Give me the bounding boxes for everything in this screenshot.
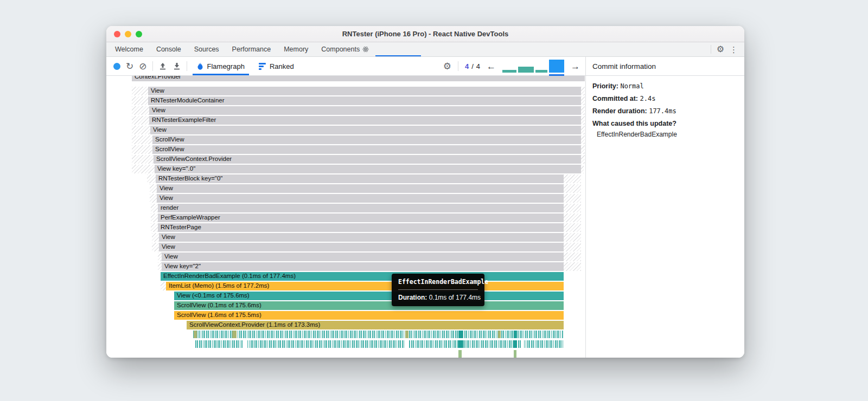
tab-label: Memory [284,46,308,53]
flamegraph-hatch [161,282,166,290]
flamegraph-bar[interactable]: RNTesterModuleContainer [148,96,581,105]
flamegraph-hatch [564,204,581,212]
flamegraph-bar[interactable]: ScrollView (0.1ms of 175.6ms) [174,301,564,310]
flame-icon [197,62,203,70]
flamegraph-bar[interactable]: RNTesterExampleFilter [149,116,581,125]
commit-count-separator: / [471,62,474,70]
flamegraph-bar[interactable]: View [157,184,564,193]
tab-label: Sources [194,46,219,53]
tab-welcome[interactable]: Welcome [108,42,150,56]
flamegraph-hatch [564,184,581,193]
commit-info-label: Render duration: [592,107,649,115]
commit-bar[interactable] [518,67,534,73]
reload-profile-icon[interactable]: ↻ [126,62,133,71]
flamegraph-bar[interactable]: View [159,243,564,251]
flamegraph-hatch [150,184,157,193]
flamegraph-hatch [564,223,581,232]
tab-performance[interactable]: Performance [226,42,278,56]
settings-gear-icon[interactable]: ⚙ [717,45,724,54]
commit-bar[interactable] [502,70,516,73]
flamegraph-hatch [581,106,585,115]
flamegraph-hatch [151,204,158,212]
flamegraph-bar[interactable]: ScrollView [152,135,581,144]
flamegraph-hatch [132,126,150,134]
flamegraph-bar[interactable]: EffectInRenderBadExample (0.1ms of 177.4… [161,272,564,281]
flamegraph-hatch [132,96,148,105]
tab-ranked[interactable]: Ranked [254,57,298,75]
flamegraph-hatch [132,87,148,95]
flamegraph-hatch [581,155,585,164]
flamegraph-hatch [132,145,152,154]
next-commit-arrow-icon[interactable]: → [571,62,580,71]
tab-flamegraph[interactable]: Flamegraph [193,57,249,75]
tab-profiler[interactable] [375,42,421,56]
flamegraph-hatch [158,253,162,261]
export-profile-icon[interactable] [173,62,181,70]
commit-bar-selected[interactable] [549,60,564,73]
flamegraph-tab-label: Flamegraph [207,62,245,70]
flamegraph-micro-bar [521,340,524,348]
flamegraph-hatch [581,87,585,95]
flamegraph-leaf-bar[interactable] [514,350,516,358]
flamegraph-tooltip: EffectInRenderBadExample Duration: 0.1ms… [392,274,484,306]
main-area: EffectInRenderBadExample Duration: 0.1ms… [106,76,744,358]
flamegraph-hatch [158,262,162,271]
flamegraph-bar[interactable]: View [157,194,564,203]
tab-memory[interactable]: Memory [277,42,315,56]
zoom-window-button[interactable] [136,31,142,37]
commit-information-title: Commit information [585,57,744,76]
flamegraph-micro-bars-row[interactable] [195,340,564,348]
flamegraph-bar[interactable]: ScrollViewContext.Provider (1.1ms of 173… [187,321,564,329]
flamegraph-bar[interactable]: ScrollViewContext.Provider [154,155,581,164]
flamegraph-bar[interactable]: RNTesterBlock key="0" [156,174,564,183]
tooltip-duration: Duration: 0.1ms of 177.4ms [398,294,478,301]
prev-commit-arrow-icon[interactable]: ← [487,62,496,71]
flamegraph-hatch [147,174,156,183]
flamegraph-bar[interactable]: ScrollView [152,145,581,154]
divider [152,61,153,71]
profiler-toolbar: ↻ ⊘ Flamegraph Ranked [106,57,585,76]
tab-console[interactable]: Console [150,42,188,56]
flamegraph-bar[interactable]: ScrollView (1.6ms of 175.5ms) [174,311,564,320]
flamegraph-bar[interactable]: View (<0.1ms of 175.6ms) [174,292,564,300]
commit-bar[interactable] [535,70,547,73]
flamegraph-bar[interactable]: ItemList (Memo) (1.5ms of 177.2ms) [166,282,564,290]
flamegraph-micro-bars-row[interactable] [193,331,564,338]
flamegraph-bar[interactable]: View key=".0" [155,165,581,173]
clear-profile-icon[interactable]: ⊘ [139,62,146,71]
tab-sources[interactable]: Sources [188,42,226,56]
close-window-button[interactable] [114,31,120,37]
flamegraph-hatch [152,233,159,242]
record-button[interactable] [113,63,120,70]
flamegraph-bar[interactable]: View [148,87,581,95]
flamegraph-bar[interactable]: Context.Provider [132,76,585,81]
commit-selector-chart[interactable] [502,58,564,74]
flamegraph-hatch [581,126,585,134]
flamegraph-bar[interactable]: View [149,106,581,115]
ranked-bars-icon [259,63,266,70]
traffic-lights [114,31,142,37]
devtools-tabbar: WelcomeConsoleSourcesPerformanceMemoryCo… [106,42,744,57]
flamegraph-hatch [564,214,581,222]
divider [187,61,187,71]
flamegraph-leaf-bar[interactable] [458,350,462,358]
flamegraph-hatch [581,145,585,154]
flamegraph-bar[interactable]: View [159,233,564,242]
flamegraph-hatch [564,233,581,242]
update-cause-value[interactable]: EffectInRenderBadExample [592,127,738,138]
flamegraph-bar[interactable]: render [158,204,564,212]
tab-components[interactable]: Components [315,42,375,56]
flamegraph-micro-bar [514,340,517,348]
flamegraph-bar[interactable]: View [150,126,581,134]
import-profile-icon[interactable] [158,62,167,70]
kebab-menu-icon[interactable]: ⋮ [730,46,738,54]
flamegraph-bar[interactable]: View key="2" [162,262,564,271]
flamegraph-bar[interactable]: PerfExampleWrapper [158,214,564,222]
flamegraph-hatch [132,116,149,125]
flamegraph-hatch [581,165,584,173]
flamegraph-bar[interactable]: View [162,253,564,261]
minimize-window-button[interactable] [125,31,131,37]
profiler-settings-gear-icon[interactable]: ⚙ [443,62,451,71]
flamegraph-bar[interactable]: RNTesterPage [158,223,564,232]
flamegraph-hatch [132,155,154,164]
